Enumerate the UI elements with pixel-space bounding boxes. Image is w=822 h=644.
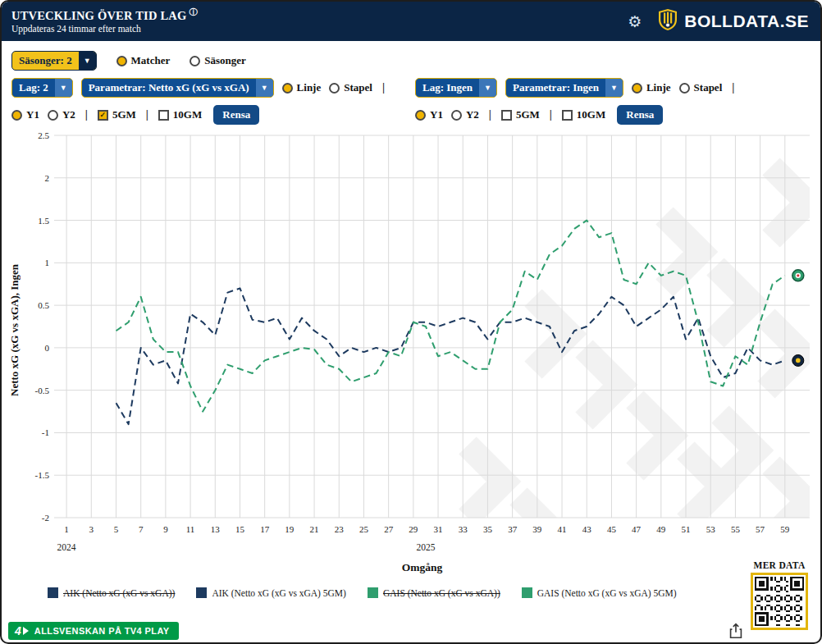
panel2-check-5gm[interactable]: 5GM — [501, 108, 540, 121]
radio-sasonger[interactable]: Säsonger — [190, 54, 246, 67]
panel2-radio-linje[interactable]: Linje — [632, 81, 671, 94]
radio-dot — [451, 110, 462, 121]
radio-dot — [329, 83, 340, 94]
y-axis-title: Netto xG (xG vs xGA), Ingen — [8, 137, 21, 523]
radio-dot — [11, 110, 22, 121]
svg-text:55: 55 — [731, 524, 741, 534]
legend-item-gais-5gm[interactable]: GAIS (Netto xG (xG vs xGA) 5GM) — [522, 587, 677, 598]
svg-text:51: 51 — [682, 524, 691, 534]
bolldata-app: UTVECKLING ÖVER TID LAGⓘ Uppdateras 24 t… — [0, 0, 822, 644]
radio-label: Y2 — [62, 108, 75, 121]
panel2-rensa-button[interactable]: Rensa — [617, 105, 663, 125]
panel1-rensa-button[interactable]: Rensa — [213, 105, 259, 125]
radio-label: Y1 — [430, 108, 443, 121]
panel1-radio-linje[interactable]: Linje — [282, 81, 322, 94]
radio-dot — [632, 83, 642, 94]
svg-text:1: 1 — [64, 524, 69, 534]
legend-item-aik[interactable]: AIK (Netto xG (xG vs xGA)) — [48, 587, 175, 598]
svg-text:45: 45 — [607, 524, 617, 534]
svg-text:53: 53 — [706, 524, 716, 534]
panel1-lag-dropdown[interactable]: Lag: 2 ▼ — [11, 78, 73, 98]
svg-text:47: 47 — [632, 524, 642, 534]
seasons-dropdown-label: Säsonger: 2 — [12, 52, 79, 70]
header-right: ⚙ BOLLDATA.SE — [628, 8, 820, 34]
panel2-options: Y1 Y2 | 5GM | 10GM Rensa — [415, 105, 663, 125]
svg-text:7: 7 — [139, 524, 144, 534]
svg-text:2.5: 2.5 — [38, 130, 49, 140]
svg-text:-2: -2 — [42, 513, 49, 523]
checkbox — [501, 110, 512, 121]
tv4-logo-icon: 4 — [15, 624, 29, 637]
svg-text:15: 15 — [235, 524, 245, 534]
legend-label: GAIS (Netto xG (xG vs xGA)) — [383, 588, 500, 598]
share-button[interactable] — [727, 622, 745, 640]
legend-item-gais[interactable]: GAIS (Netto xG (xG vs xGA)) — [368, 587, 500, 598]
svg-text:37: 37 — [508, 524, 518, 534]
svg-text:19: 19 — [285, 524, 295, 534]
checkbox — [158, 110, 169, 121]
svg-text:25: 25 — [359, 524, 369, 534]
svg-text:57: 57 — [756, 524, 765, 534]
panel1-check-10gm[interactable]: 10GM — [158, 108, 202, 121]
svg-text:59: 59 — [780, 524, 790, 534]
svg-text:-1.5: -1.5 — [35, 470, 50, 480]
info-icon[interactable]: ⓘ — [189, 7, 197, 16]
seasons-dropdown[interactable]: Säsonger: 2 ▼ — [11, 51, 97, 71]
panel2-check-10gm[interactable]: 10GM — [562, 108, 605, 121]
svg-text:-1: -1 — [42, 427, 49, 437]
radio-label: Y2 — [466, 108, 479, 121]
divider: | — [381, 81, 386, 94]
legend-item-aik-5gm[interactable]: AIK (Netto xG (xG vs xGA) 5GM) — [196, 587, 346, 598]
divider: | — [730, 81, 736, 94]
mer-data-label: MER DATA — [743, 560, 815, 570]
svg-text:5: 5 — [114, 524, 119, 534]
radio-label: Säsonger — [204, 54, 246, 67]
panel1-options: Y1 Y2 | 5GM | 10GM Rensa — [11, 105, 415, 125]
chevron-down-icon: ▼ — [479, 79, 496, 97]
page-subtitle: Uppdateras 24 timmar efter match — [11, 23, 198, 34]
panel1-radio-y2[interactable]: Y2 — [48, 108, 75, 121]
panel1-radio-stapel[interactable]: Stapel — [329, 81, 372, 94]
checkbox-label: 5GM — [516, 108, 540, 121]
legend-swatch — [196, 587, 207, 598]
gear-icon[interactable]: ⚙ — [628, 14, 642, 30]
panel2-radio-y1[interactable]: Y1 — [415, 108, 443, 121]
svg-text:-0.5: -0.5 — [35, 386, 50, 395]
panel1-param-dropdown[interactable]: Parametrar: Netto xG (xG vs xGA) ▼ — [81, 78, 274, 98]
svg-text:31: 31 — [434, 524, 443, 534]
legend-label: AIK (Netto xG (xG vs xGA)) — [63, 588, 175, 598]
svg-text:35: 35 — [483, 524, 493, 534]
panel2-param-dropdown[interactable]: Parametrar: Ingen ▼ — [505, 78, 623, 98]
legend-label: GAIS (Netto xG (xG vs xGA) 5GM) — [537, 588, 677, 598]
qr-code-pattern — [755, 577, 804, 626]
radio-dot — [190, 56, 200, 66]
chevron-down-icon: ▼ — [256, 79, 273, 97]
svg-text:39: 39 — [532, 524, 542, 534]
brand-logo[interactable]: BOLLDATA.SE — [658, 8, 809, 34]
svg-text:3: 3 — [89, 524, 94, 534]
radio-label: Stapel — [344, 81, 372, 94]
svg-text:2025: 2025 — [416, 542, 435, 552]
radio-matcher[interactable]: Matcher — [116, 54, 171, 67]
line-chart[interactable]: -2-1.5-1-0.500.511.522.51357911131517192… — [26, 129, 818, 555]
panel2-radio-stapel[interactable]: Stapel — [679, 81, 723, 94]
page-title-text: UTVECKLING ÖVER TID LAG — [11, 9, 186, 22]
panel2-radio-y2[interactable]: Y2 — [451, 108, 479, 121]
radio-dot — [679, 83, 690, 94]
lag-dropdown-label: Lag: 2 — [12, 79, 55, 97]
controls-row-seasons: Säsonger: 2 ▼ Matcher Säsonger — [2, 51, 820, 71]
controls-row-options: Y1 Y2 | 5GM | 10GM Rensa — [2, 105, 820, 125]
panel2-dropdowns: Lag: Ingen ▼ Parametrar: Ingen ▼ Linje S… — [415, 78, 736, 98]
svg-text:17: 17 — [260, 524, 270, 534]
divider: | — [487, 108, 493, 121]
panel1-check-5gm[interactable]: 5GM — [98, 108, 136, 121]
divider: | — [548, 108, 554, 121]
legend-label: AIK (Netto xG (xG vs xGA) 5GM) — [212, 588, 346, 598]
panel1-radio-y1[interactable]: Y1 — [11, 108, 39, 121]
tv4-play-badge[interactable]: 4 ALLSVENSKAN PÅ TV4 PLAY — [8, 622, 179, 640]
controls-row-dropdowns: Lag: 2 ▼ Parametrar: Netto xG (xG vs xGA… — [2, 78, 820, 98]
svg-text:33: 33 — [459, 524, 468, 534]
qr-code — [751, 573, 808, 630]
panel2-lag-dropdown[interactable]: Lag: Ingen ▼ — [415, 78, 497, 98]
checkbox-label: 10GM — [577, 108, 605, 121]
